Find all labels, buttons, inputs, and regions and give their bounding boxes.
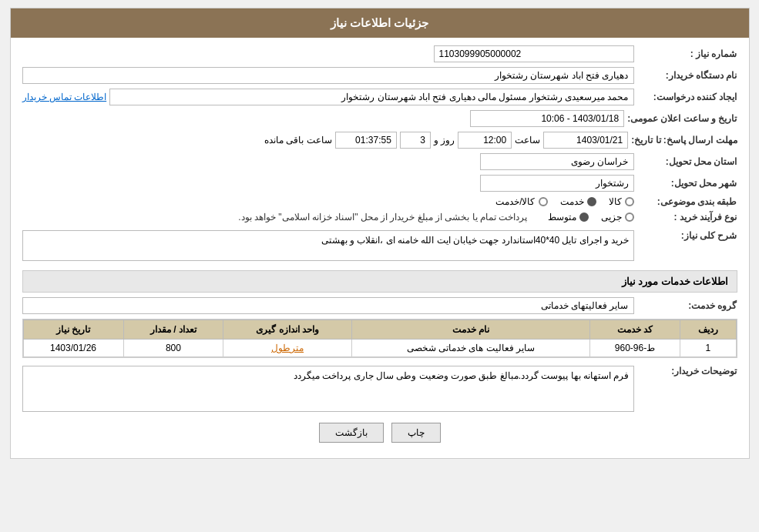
col-date: تاریخ نیاز	[23, 320, 123, 340]
page-header: جزئیات اطلاعات نیاز	[11, 8, 749, 38]
process-note: پرداخت تمام یا بخشی از مبلغ خریدار از مح…	[238, 212, 527, 223]
city-row: شهر محل تحویل: رشتخوار	[22, 175, 737, 192]
back-button[interactable]: بازگشت	[319, 423, 384, 443]
province-field: خراسان رضوی	[480, 153, 634, 170]
category-label: طبقه بندی موضوعی:	[637, 196, 737, 207]
deadline-time-field: 12:00	[458, 132, 512, 149]
buyer-org-label: نام دستگاه خریدار:	[637, 70, 737, 81]
services-table: ردیف کد خدمت نام خدمت واحد اندازه گیری ت…	[23, 320, 737, 357]
announce-date-row: تاریخ و ساعت اعلان عمومی: 1403/01/18 - 1…	[22, 110, 737, 127]
main-container: جزئیات اطلاعات نیاز شماره نیاز : 1103099…	[10, 8, 750, 459]
cell-unit: مترطول	[223, 340, 351, 357]
deadline-date-field: 1403/01/21	[543, 132, 628, 149]
service-group-row: گروه خدمت: سایر فعالیتهای خدماتی	[22, 297, 737, 314]
category-kala-radio[interactable]	[625, 197, 634, 206]
description-label: شرح کلی نیاز:	[637, 230, 737, 241]
deadline-remain-field: 01:37:55	[335, 132, 397, 149]
cell-name: سایر فعالیت های خدماتی شخصی	[351, 340, 589, 357]
col-row: ردیف	[680, 320, 736, 340]
days-label: روز و	[434, 135, 455, 146]
province-label: استان محل تحویل:	[637, 156, 737, 167]
process-jazii-item[interactable]: جزیی	[601, 212, 634, 223]
table-row: 1 ط-96-960 سایر فعالیت های خدماتی شخصی م…	[23, 340, 736, 357]
buyer-org-row: نام دستگاه خریدار: دهیاری فتح اباد شهرست…	[22, 67, 737, 84]
description-box: خرید و اجرای تایل 40*40استاندارد جهت خیا…	[22, 230, 634, 261]
announce-date-label: تاریخ و ساعت اعلان عمومی:	[627, 113, 737, 124]
category-kala-khadamat-label: کالا/خدمت	[495, 196, 535, 207]
process-motavaset-label: متوسط	[548, 212, 576, 223]
print-button[interactable]: چاپ	[391, 423, 441, 443]
col-code: کد خدمت	[589, 320, 680, 340]
deadline-row: مهلت ارسال پاسخ: تا تاریخ: 1403/01/21 سا…	[22, 132, 737, 149]
cell-row: 1	[680, 340, 736, 357]
need-number-row: شماره نیاز : 1103099905000002	[22, 45, 737, 62]
creator-field: محمد میرسعیدی رشتخوار مسئول مالی دهیاری …	[109, 89, 633, 105]
service-group-field: سایر فعالیتهای خدماتی	[22, 297, 634, 314]
city-label: شهر محل تحویل:	[637, 178, 737, 189]
col-qty: تعداد / مقدار	[123, 320, 223, 340]
process-label: نوع فرآیند خرید :	[637, 212, 737, 223]
category-kala-item[interactable]: کالا	[609, 196, 634, 207]
deadline-days-field: 3	[400, 132, 431, 149]
buyer-notes-box: فرم استهانه بها پیوست گردد.مبالغ طبق صور…	[22, 366, 634, 412]
content-area: شماره نیاز : 1103099905000002 نام دستگاه…	[11, 38, 749, 458]
service-group-label: گروه خدمت:	[637, 300, 737, 311]
col-name: نام خدمت	[351, 320, 589, 340]
cell-code: ط-96-960	[589, 340, 680, 357]
buyer-notes-label: توضیحات خریدار:	[637, 366, 737, 376]
services-table-container: ردیف کد خدمت نام خدمت واحد اندازه گیری ت…	[22, 319, 737, 358]
category-row: طبقه بندی موضوعی: کالا خدمت کالا/خدمت	[22, 196, 737, 207]
col-unit: واحد اندازه گیری	[223, 320, 351, 340]
time-label: ساعت	[515, 135, 540, 146]
category-kala-khadamat-radio[interactable]	[539, 197, 548, 206]
table-header-row: ردیف کد خدمت نام خدمت واحد اندازه گیری ت…	[23, 320, 736, 340]
process-radio-group: جزیی متوسط پرداخت تمام یا بخشی از مبلغ خ…	[238, 212, 633, 223]
remain-label: ساعت باقی مانده	[264, 135, 332, 146]
services-section-title: اطلاعات خدمات مورد نیاز	[22, 270, 737, 293]
need-number-label: شماره نیاز :	[637, 49, 737, 59]
creator-label: ایجاد کننده درخواست:	[637, 92, 737, 102]
process-jazii-label: جزیی	[601, 212, 622, 223]
category-khadamat-item[interactable]: خدمت	[560, 196, 596, 207]
category-kala-label: کالا	[609, 196, 622, 207]
creator-row: ایجاد کننده درخواست: محمد میرسعیدی رشتخو…	[22, 89, 737, 105]
city-field: رشتخوار	[480, 175, 634, 192]
announce-date-field: 1403/01/18 - 10:06	[470, 110, 624, 127]
process-motavaset-radio[interactable]	[579, 212, 589, 222]
buttons-row: چاپ بازگشت	[22, 423, 737, 443]
header-title: جزئیات اطلاعات نیاز	[331, 16, 428, 29]
process-motavaset-item[interactable]: متوسط	[548, 212, 589, 223]
cell-date: 1403/01/26	[23, 340, 123, 357]
description-row: شرح کلی نیاز: خرید و اجرای تایل 40*40است…	[22, 227, 737, 264]
need-number-field: 1103099905000002	[434, 45, 634, 62]
process-row: نوع فرآیند خرید : جزیی متوسط پرداخت تمام…	[22, 212, 737, 223]
category-kala-khadamat-item[interactable]: کالا/خدمت	[495, 196, 547, 207]
category-khadamat-radio[interactable]	[587, 197, 596, 206]
category-radio-group: کالا خدمت کالا/خدمت	[495, 196, 633, 207]
cell-qty: 800	[123, 340, 223, 357]
process-jazii-radio[interactable]	[625, 212, 634, 222]
deadline-label: مهلت ارسال پاسخ: تا تاریخ:	[631, 135, 737, 146]
category-khadamat-label: خدمت	[560, 196, 584, 207]
contact-link[interactable]: اطلاعات تماس خریدار	[22, 92, 107, 102]
buyer-notes-row: توضیحات خریدار: فرم استهانه بها پیوست گر…	[22, 363, 737, 415]
province-row: استان محل تحویل: خراسان رضوی	[22, 153, 737, 170]
buyer-org-field: دهیاری فتح اباد شهرستان رشتخوار	[22, 67, 634, 84]
